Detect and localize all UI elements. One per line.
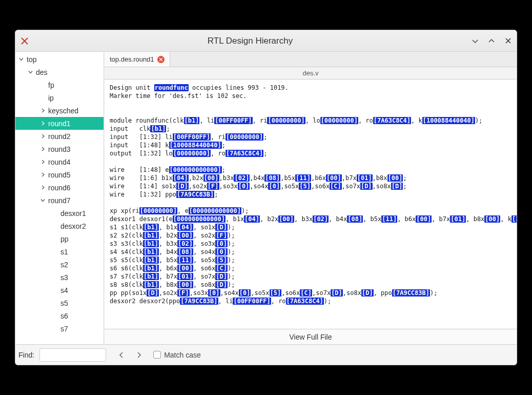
code-text: , b4x <box>329 215 347 223</box>
signal-value: [04] <box>177 224 193 231</box>
chevron-right-icon[interactable] <box>39 108 46 113</box>
code-text: ,so2x <box>189 183 207 190</box>
tree-item-desxor2[interactable]: desxor2 <box>15 220 104 232</box>
code-text: , ppo <box>374 289 392 297</box>
tree-item-s6[interactable]: s6 <box>15 309 104 322</box>
tree-item-s3[interactable]: s3 <box>15 271 104 284</box>
find-next-button[interactable] <box>135 350 144 360</box>
tree-item-label: round7 <box>48 196 71 205</box>
code-text: ,so4x <box>250 183 268 190</box>
tree-item-round6[interactable]: round6 <box>15 181 104 194</box>
tree-item-s5[interactable]: s5 <box>15 297 104 309</box>
signal-value: [b1] <box>143 224 159 231</box>
code-line: wire [1:48] e[000000000000]; <box>110 166 511 174</box>
code-text: ,so4x <box>220 289 239 297</box>
app-icon <box>19 36 30 46</box>
tree-item-round3[interactable]: round3 <box>15 143 104 155</box>
tree-item-top[interactable]: top <box>15 53 104 66</box>
code-text: , so4x <box>193 248 215 255</box>
code-line: desxor1 desxor1(e[000000000000], b1x[04]… <box>110 215 511 223</box>
tree-item-desxor1[interactable]: desxor1 <box>15 207 104 220</box>
tree-item-round1[interactable]: round1 <box>15 117 104 130</box>
code-text: wire [1:32] ppo <box>110 191 176 198</box>
code-line: input [1:48] k[100088440040]; <box>110 141 511 149</box>
find-label: Find: <box>18 351 34 359</box>
tab-round1[interactable]: top.des.round1 <box>105 52 170 67</box>
tree-item-round4[interactable]: round4 <box>15 155 104 168</box>
match-case-label: Match case <box>164 351 201 359</box>
code-text: desxor1 desxor1(e <box>110 215 173 223</box>
tree-item-round5[interactable]: round5 <box>15 168 104 181</box>
signal-value: [5] <box>299 183 311 190</box>
chevron-right-icon[interactable] <box>39 160 46 164</box>
tree-item-label: fp <box>48 81 54 89</box>
code-text: , li <box>199 117 214 124</box>
signal-value: [D] <box>360 183 373 190</box>
tree-item-s1[interactable]: s1 <box>15 245 104 258</box>
code-text: ); <box>228 248 235 255</box>
minimize-button[interactable] <box>470 36 480 46</box>
signal-value: [C] <box>330 183 342 190</box>
match-case-checkbox[interactable] <box>153 351 161 359</box>
signal-value: [D] <box>331 289 343 297</box>
code-line: desxor2 desxor2(ppo[7A9CC83B], li[00FF00… <box>110 297 511 305</box>
tree-item-s2[interactable]: s2 <box>15 258 104 271</box>
code-viewer[interactable]: Design unit roundfunc occupies lines 993… <box>105 80 517 329</box>
tree-item-ip[interactable]: ip <box>15 91 104 104</box>
find-input[interactable] <box>39 348 106 362</box>
chevron-right-icon[interactable] <box>39 121 46 126</box>
tree-item-label: s3 <box>60 273 68 282</box>
main-area: top.des.round1 des.v Design unit roundfu… <box>104 52 517 344</box>
tree-item-pp[interactable]: pp <box>15 232 104 245</box>
chevron-right-icon[interactable] <box>39 185 46 190</box>
hierarchy-tree[interactable]: topdesfpipkeyschedround1round2round3roun… <box>15 52 104 344</box>
code-text: , so3x <box>193 240 215 247</box>
code-text: s5 s5(clk <box>110 256 143 264</box>
code-line: s3 s3(clk[b1], b3x[02], so3x[0]); <box>110 240 511 248</box>
code-text: , ri <box>211 133 226 141</box>
code-line <box>110 157 511 166</box>
code-text: ,b8x <box>373 174 387 182</box>
maximize-button[interactable] <box>487 36 496 46</box>
view-full-file-button[interactable]: View Full File <box>105 329 517 344</box>
code-text: , b3x <box>294 215 313 223</box>
code-text: pp pp(so1x <box>110 289 147 297</box>
chevron-down-icon[interactable] <box>27 70 34 74</box>
close-icon[interactable] <box>157 56 165 63</box>
code-text: , b2x <box>260 215 278 223</box>
signal-value: [08] <box>264 174 280 182</box>
code-line: output [1:32] lo[00000000], ro[7A63C8C4]… <box>110 149 511 157</box>
close-button[interactable] <box>503 36 513 46</box>
match-case-option[interactable]: Match case <box>153 351 201 359</box>
code-text: , e <box>177 207 189 214</box>
signal-value: [00FF00FF] <box>173 133 211 141</box>
signal-value: [0] <box>208 289 220 297</box>
code-text: , so8x <box>193 281 215 288</box>
code-text: ; <box>214 191 218 198</box>
signal-value: [7A9CC83B] <box>180 298 218 305</box>
tree-item-s4[interactable]: s4 <box>15 284 104 297</box>
code-text: ; <box>263 150 267 157</box>
chevron-right-icon[interactable] <box>39 147 46 151</box>
chevron-down-icon[interactable] <box>39 198 46 203</box>
signal-value: [b1] <box>150 125 166 132</box>
signal-value: [b1] <box>143 273 159 280</box>
tree-item-s7[interactable]: s7 <box>15 322 104 335</box>
code-text: , li <box>218 298 233 305</box>
find-prev-button[interactable] <box>116 350 126 360</box>
code-line: pp pp(so1x[D],so2x[F],so3x[0],so4x[0],so… <box>110 289 511 297</box>
code-text: ; <box>166 125 170 132</box>
signal-value: [0] <box>215 240 228 247</box>
tree-item-keysched[interactable]: keysched <box>15 104 104 117</box>
tree-item-round2[interactable]: round2 <box>15 130 104 143</box>
code-line: s1 s1(clk[b1], b1x[04], so1x[D]); <box>110 223 511 231</box>
chevron-right-icon[interactable] <box>39 134 46 139</box>
signal-value: [100088440040] <box>422 117 475 124</box>
tree-item-round7[interactable]: round7 <box>15 194 104 207</box>
code-text: ,so3x <box>219 183 238 190</box>
tree-item-fp[interactable]: fp <box>15 78 104 91</box>
chevron-right-icon[interactable] <box>39 172 46 177</box>
chevron-down-icon[interactable] <box>17 57 25 62</box>
code-line <box>110 108 511 116</box>
tree-item-des[interactable]: des <box>15 66 104 78</box>
